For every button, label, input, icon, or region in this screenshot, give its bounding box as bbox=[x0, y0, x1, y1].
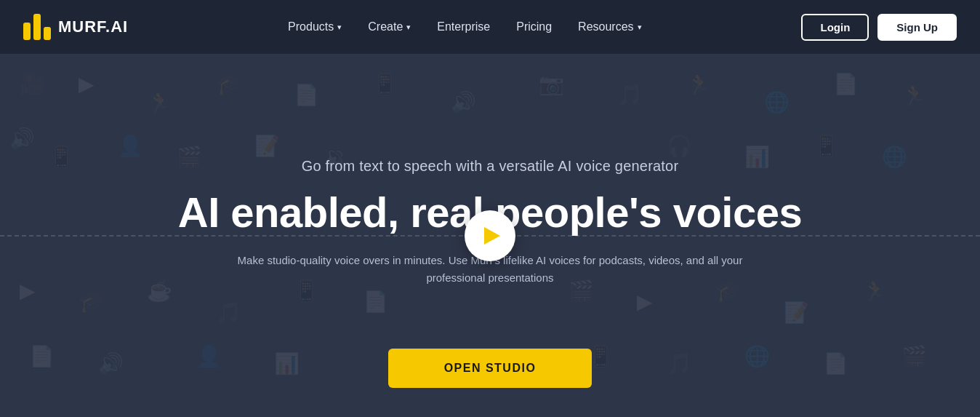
bg-icon: 🎧 bbox=[667, 134, 692, 158]
bg-icon: 🔊 bbox=[451, 90, 476, 114]
bg-icon: 🌐 bbox=[882, 145, 907, 169]
bg-icon: 📄 bbox=[833, 72, 859, 96]
nav-create[interactable]: Create ▾ bbox=[358, 15, 421, 39]
bg-icon: 🎥 bbox=[20, 72, 45, 96]
bg-icon: 📄 bbox=[294, 83, 319, 107]
bg-icon: ▶ bbox=[79, 72, 95, 96]
bg-icon: 🎵 bbox=[667, 352, 692, 376]
logo-text: MURF.AI bbox=[58, 17, 128, 36]
bg-icon: 📱 bbox=[49, 145, 74, 169]
bg-icon: 📝 bbox=[254, 134, 280, 158]
bg-icon: 🔊 bbox=[9, 127, 35, 151]
create-label: Create bbox=[368, 20, 403, 33]
pricing-label: Pricing bbox=[516, 20, 552, 33]
navbar-nav: Products ▾ Create ▾ Enterprise Pricing R… bbox=[278, 15, 651, 39]
navbar-actions: Login Sign Up bbox=[801, 14, 957, 41]
bg-icon: 🎓 bbox=[216, 72, 241, 96]
bg-icon: 📷 bbox=[539, 72, 564, 96]
logo[interactable]: MURF.AI bbox=[23, 14, 128, 40]
logo-icon bbox=[23, 14, 51, 40]
signup-button[interactable]: Sign Up bbox=[877, 14, 957, 41]
enterprise-label: Enterprise bbox=[437, 20, 490, 33]
play-triangle-icon bbox=[484, 227, 500, 245]
resources-chevron-icon: ▾ bbox=[638, 23, 642, 32]
navbar: MURF.AI Products ▾ Create ▾ Enterprise P… bbox=[0, 0, 980, 54]
bg-icon: 🔊 bbox=[98, 352, 124, 376]
bg-icon: 🌐 bbox=[744, 344, 770, 368]
bg-icon: 🎓 bbox=[79, 290, 104, 314]
bg-icon: 📊 bbox=[274, 352, 300, 376]
bg-icon: 🏃 bbox=[901, 83, 927, 107]
bg-icon: 📄 bbox=[29, 344, 55, 368]
nav-resources[interactable]: Resources ▾ bbox=[568, 15, 651, 39]
bg-icon: 🏃 bbox=[147, 90, 172, 114]
bg-icon: 🌐 bbox=[764, 90, 790, 114]
logo-bar-3 bbox=[44, 27, 51, 40]
play-button[interactable] bbox=[465, 210, 515, 261]
products-label: Products bbox=[288, 20, 334, 33]
bg-icon: 🎬 bbox=[901, 344, 927, 368]
bg-icon: 📱 bbox=[814, 134, 839, 158]
bg-icon: 📱 bbox=[588, 344, 614, 368]
create-chevron-icon: ▾ bbox=[406, 23, 411, 32]
bg-icon: 📱 bbox=[372, 72, 398, 96]
login-button[interactable]: Login bbox=[801, 14, 869, 41]
hero-subtitle: Go from text to speech with a versatile … bbox=[178, 158, 802, 175]
bg-icon: 🏃 bbox=[686, 72, 712, 96]
bg-icon: ▶ bbox=[20, 279, 36, 303]
products-chevron-icon: ▾ bbox=[337, 23, 342, 32]
bg-icon: 🎵 bbox=[617, 83, 643, 107]
hero-section: 🎥 ▶ 🏃 🎓 📄 📱 🔊 📷 🎵 🏃 🌐 📄 🏃 🔊 📱 👤 🎬 📝 🔉 🎧 … bbox=[0, 54, 980, 417]
open-studio-button[interactable]: OPEN STUDIO bbox=[388, 349, 592, 388]
bg-icon: 👤 bbox=[196, 344, 222, 368]
logo-bar-1 bbox=[23, 23, 31, 40]
play-button-wrapper bbox=[465, 210, 515, 261]
nav-pricing[interactable]: Pricing bbox=[506, 15, 562, 39]
resources-label: Resources bbox=[578, 20, 633, 33]
bg-icon: 📄 bbox=[823, 352, 848, 376]
logo-bar-2 bbox=[33, 14, 41, 40]
bg-icon: 🏃 bbox=[862, 279, 888, 303]
nav-products[interactable]: Products ▾ bbox=[278, 15, 352, 39]
bg-icon: 👤 bbox=[118, 134, 143, 158]
open-studio-wrapper: OPEN STUDIO bbox=[388, 349, 592, 388]
nav-enterprise[interactable]: Enterprise bbox=[427, 15, 500, 39]
